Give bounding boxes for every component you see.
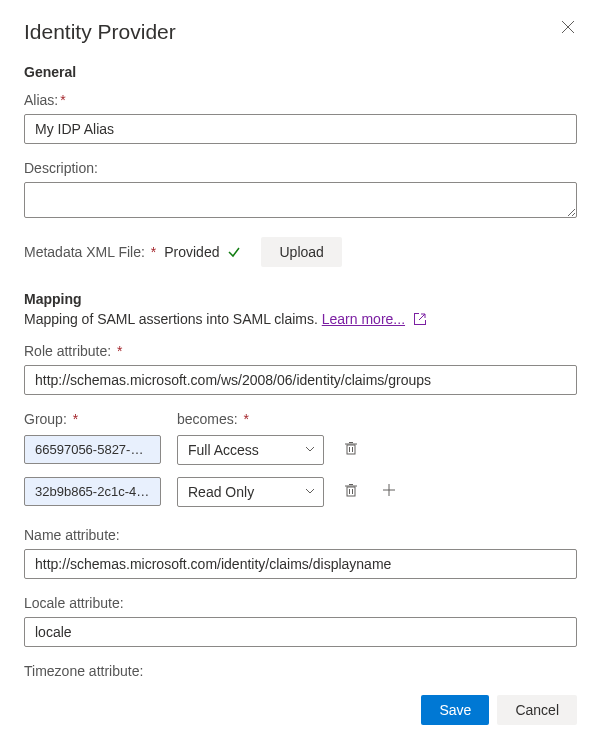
learn-more-link[interactable]: Learn more...	[322, 311, 405, 327]
required-marker: *	[60, 92, 65, 108]
locale-attribute-field: Locale attribute:	[24, 595, 577, 647]
close-button[interactable]	[559, 18, 577, 39]
dialog-body[interactable]: General Alias:* Description: Metadata XM…	[0, 56, 601, 681]
dialog-footer: Save Cancel	[0, 681, 601, 739]
external-link-icon	[413, 312, 427, 329]
required-marker: *	[240, 411, 249, 427]
name-attribute-field: Name attribute:	[24, 527, 577, 579]
trash-icon	[344, 483, 358, 500]
svg-rect-9	[347, 487, 355, 496]
name-attribute-label: Name attribute:	[24, 527, 577, 543]
plus-icon	[382, 483, 396, 500]
identity-provider-dialog: Identity Provider General Alias:* Descri…	[0, 0, 601, 739]
cancel-button[interactable]: Cancel	[497, 695, 577, 725]
description-input[interactable]	[24, 182, 577, 218]
svg-rect-4	[347, 445, 355, 454]
upload-button[interactable]: Upload	[261, 237, 341, 267]
alias-label: Alias:*	[24, 92, 577, 108]
alias-field: Alias:*	[24, 92, 577, 144]
dialog-header: Identity Provider	[0, 0, 601, 56]
timezone-attribute-field: Timezone attribute:	[24, 663, 577, 679]
locale-attribute-label: Locale attribute:	[24, 595, 577, 611]
description-field: Description:	[24, 160, 577, 221]
delete-mapping-button[interactable]	[340, 479, 362, 504]
becomes-header: becomes: *	[177, 411, 324, 427]
locale-attribute-input[interactable]	[24, 617, 577, 647]
metadata-row: Metadata XML File: * Provided Upload	[24, 237, 577, 267]
group-input[interactable]	[24, 477, 161, 506]
becomes-select[interactable]: Read Only	[177, 477, 324, 507]
add-mapping-button[interactable]	[378, 479, 400, 504]
save-button[interactable]: Save	[421, 695, 489, 725]
check-icon	[227, 245, 241, 259]
group-header: Group: *	[24, 411, 161, 427]
description-label: Description:	[24, 160, 577, 176]
dialog-title: Identity Provider	[24, 20, 176, 44]
role-attribute-input[interactable]	[24, 365, 577, 395]
mapping-section-title: Mapping	[24, 291, 577, 307]
alias-input[interactable]	[24, 114, 577, 144]
group-input[interactable]	[24, 435, 161, 464]
mapping-description: Mapping of SAML assertions into SAML cla…	[24, 311, 577, 329]
role-attribute-field: Role attribute: *	[24, 343, 577, 395]
close-icon	[561, 22, 575, 37]
metadata-label: Metadata XML File: *	[24, 244, 156, 260]
required-marker: *	[69, 411, 78, 427]
name-attribute-input[interactable]	[24, 549, 577, 579]
role-attribute-label: Role attribute: *	[24, 343, 577, 359]
becomes-select[interactable]: Full Access	[177, 435, 324, 465]
trash-icon	[344, 441, 358, 458]
metadata-status: Provided	[164, 244, 219, 260]
required-marker: *	[147, 244, 156, 260]
required-marker: *	[113, 343, 122, 359]
general-section-title: General	[24, 64, 577, 80]
mapping-headers: Group: * becomes: *	[24, 411, 577, 427]
timezone-attribute-label: Timezone attribute:	[24, 663, 577, 679]
delete-mapping-button[interactable]	[340, 437, 362, 462]
mapping-row: Full Access	[24, 435, 577, 465]
mapping-row: Read Only	[24, 477, 577, 507]
